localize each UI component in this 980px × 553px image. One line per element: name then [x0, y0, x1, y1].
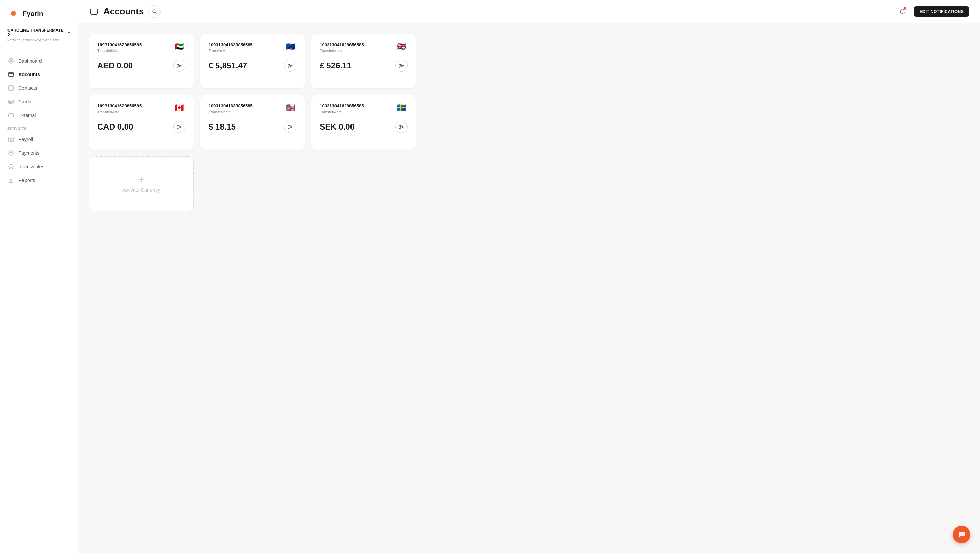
account-flag-sek: 🇸🇪	[395, 103, 408, 112]
account-number: 109313041628856585	[208, 42, 253, 48]
account-balance-aed: AED 0.00	[97, 61, 133, 70]
svg-point-1	[8, 59, 13, 63]
send-button-gbp[interactable]	[395, 59, 408, 72]
account-flag-aed: 🇦🇪	[173, 42, 185, 51]
svg-rect-18	[11, 114, 13, 115]
logo: Fyorin	[0, 0, 78, 25]
account-balance-sek: SEK 0.00	[320, 122, 355, 132]
dashboard-icon	[8, 57, 14, 64]
account-issuer: TransferMate	[320, 110, 364, 114]
account-card-bottom: CAD 0.00	[97, 121, 185, 133]
topbar-left: Accounts	[89, 5, 161, 17]
chevron-down-icon	[68, 32, 70, 34]
account-card-aed: 109313041628856585 TransferMate 🇦🇪 AED 0…	[89, 34, 194, 88]
user-name: CAROLINE TRANSFERMATE 2	[8, 28, 70, 37]
account-issuer: TransferMate	[320, 49, 364, 53]
activate-plus-icon: +	[138, 175, 144, 184]
sidebar-item-cards[interactable]: Cards	[0, 95, 78, 108]
account-card-top: 109313041628856585 TransferMate 🇸🇪	[320, 103, 408, 114]
sidebar-label-accounts: Accounts	[18, 72, 40, 77]
svg-rect-32	[91, 9, 97, 14]
account-card-bottom: € 5,851.47	[208, 59, 297, 72]
account-issuer: TransferMate	[208, 110, 253, 114]
fyorin-logo-icon	[8, 8, 20, 20]
account-balance-eur: € 5,851.47	[208, 61, 247, 70]
accounts-content: 109313041628856585 TransferMate 🇦🇪 AED 0…	[78, 23, 980, 553]
send-button-sek[interactable]	[395, 121, 408, 133]
account-flag-usd: 🇺🇸	[284, 103, 296, 112]
payments-icon	[8, 149, 14, 156]
sidebar-label-contacts: Contacts	[18, 85, 37, 91]
sidebar: Fyorin CAROLINE TRANSFERMATE 2 karolina.…	[0, 0, 78, 553]
svg-rect-13	[8, 100, 13, 103]
account-card-sek: 109313041628856585 TransferMate 🇸🇪 SEK 0…	[311, 95, 416, 149]
account-info: 109313041628856585 TransferMate	[320, 103, 364, 114]
account-info: 109313041628856585 TransferMate	[97, 103, 142, 114]
account-number: 109313041628856585	[208, 103, 253, 109]
account-info: 109313041628856585 TransferMate	[97, 42, 142, 53]
send-button-cad[interactable]	[173, 121, 185, 133]
account-number: 109313041628856585	[97, 42, 142, 48]
accounts-icon	[8, 71, 14, 78]
account-card-usd: 109313041628856585 TransferMate 🇺🇸 $ 18.…	[200, 95, 305, 149]
account-card-bottom: $ 18.15	[208, 121, 297, 133]
sidebar-item-reports[interactable]: Reports	[0, 173, 78, 187]
sidebar-item-contacts[interactable]: Contacts	[0, 81, 78, 95]
account-flag-gbp: 🇬🇧	[395, 42, 408, 51]
svg-point-2	[10, 60, 12, 62]
svg-rect-15	[9, 102, 11, 103]
account-card-top: 109313041628856585 TransferMate 🇨🇦	[97, 103, 185, 114]
send-button-aed[interactable]	[173, 59, 185, 72]
account-card-bottom: £ 526.11	[320, 59, 408, 72]
edit-notifications-button[interactable]: EDIT NOTIFICATIONS	[914, 6, 969, 17]
sidebar-label-payments: Payments	[18, 150, 40, 156]
account-balance-cad: CAD 0.00	[97, 122, 133, 132]
brand-name: Fyorin	[22, 10, 43, 17]
sidebar-nav: Dashboard Accounts Contacts	[0, 49, 78, 553]
sidebar-item-accounts[interactable]: Accounts	[0, 68, 78, 81]
accounts-page-icon	[89, 7, 99, 16]
sidebar-label-receivables: Receivables	[18, 164, 44, 169]
sidebar-item-payments[interactable]: Payments	[0, 146, 78, 160]
sidebar-item-dashboard[interactable]: Dashboard	[0, 54, 78, 68]
account-info: 109313041628856585 TransferMate	[208, 103, 253, 114]
account-card-top: 109313041628856585 TransferMate 🇦🇪	[97, 42, 185, 53]
receivables-icon	[8, 163, 14, 170]
notification-dot	[904, 7, 907, 10]
activate-currency-label: Activate Currency	[123, 188, 160, 193]
user-email: karolina.jarosinska@fyorin.com	[8, 38, 70, 42]
account-balance-usd: $ 18.15	[208, 122, 236, 132]
notifications-button[interactable]	[896, 5, 908, 17]
sidebar-label-reports: Reports	[18, 178, 35, 183]
sidebar-item-payroll[interactable]: Payroll	[0, 133, 78, 146]
cards-icon	[8, 98, 14, 105]
contacts-icon	[8, 85, 14, 92]
payroll-icon	[8, 136, 14, 143]
send-button-eur[interactable]	[284, 59, 296, 72]
search-button[interactable]	[148, 5, 161, 17]
account-number: 109313041628856585	[320, 42, 364, 48]
sidebar-label-cards: Cards	[18, 99, 31, 105]
sidebar-label-external: External	[18, 113, 36, 118]
sidebar-item-receivables[interactable]: Receivables	[0, 160, 78, 173]
sidebar-label-payroll: Payroll	[18, 137, 33, 142]
sidebar-label-dashboard: Dashboard	[18, 58, 42, 64]
account-info: 109313041628856585 TransferMate	[320, 42, 364, 53]
account-issuer: TransferMate	[97, 49, 142, 53]
chat-button[interactable]	[953, 526, 970, 543]
svg-rect-17	[9, 114, 10, 115]
account-card-bottom: AED 0.00	[97, 59, 185, 72]
sidebar-item-external[interactable]: External	[0, 108, 78, 122]
svg-rect-16	[8, 114, 13, 117]
topbar: Accounts EDIT NOTIFICATIONS	[78, 0, 980, 23]
activate-currency-card[interactable]: + Activate Currency	[89, 156, 194, 211]
user-profile[interactable]: CAROLINE TRANSFERMATE 2 karolina.jarosin…	[0, 25, 78, 49]
send-button-usd[interactable]	[284, 121, 296, 133]
services-section-label: SERVICES	[0, 122, 78, 133]
account-number: 109313041628856585	[97, 103, 142, 109]
svg-rect-19	[11, 116, 12, 116]
account-card-top: 109313041628856585 TransferMate 🇬🇧	[320, 42, 408, 53]
reports-icon	[8, 177, 14, 184]
account-number: 109313041628856585	[320, 103, 364, 109]
account-balance-gbp: £ 526.11	[320, 61, 351, 70]
